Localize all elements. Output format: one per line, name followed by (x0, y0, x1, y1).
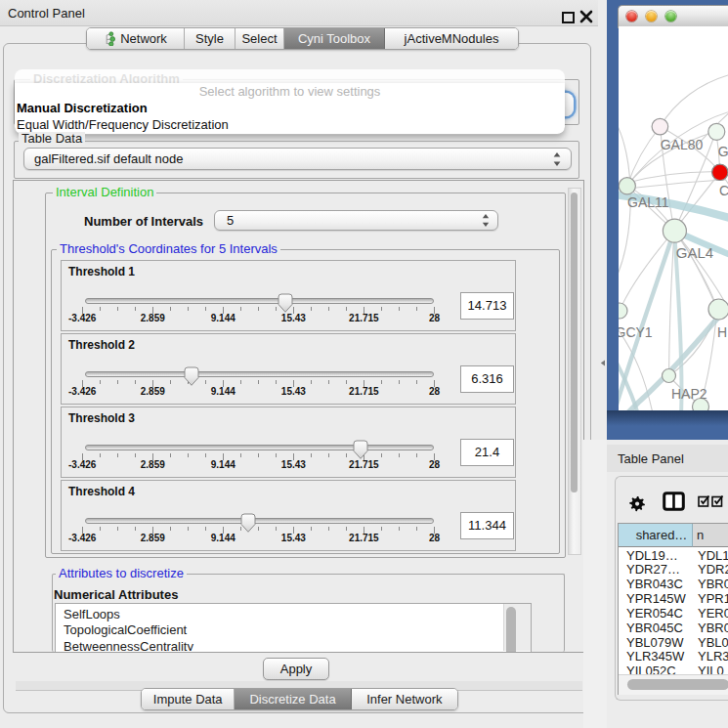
svg-text:GA: GA (718, 144, 728, 159)
svg-text:GCY1: GCY1 (619, 324, 653, 340)
svg-text:GAL4: GAL4 (676, 244, 713, 261)
svg-text:GAL80: GAL80 (661, 137, 704, 152)
svg-text:H: H (717, 324, 727, 340)
svg-text:GAL11: GAL11 (627, 194, 669, 210)
svg-text:C: C (719, 183, 728, 198)
svg-text:HAP2: HAP2 (671, 386, 707, 402)
